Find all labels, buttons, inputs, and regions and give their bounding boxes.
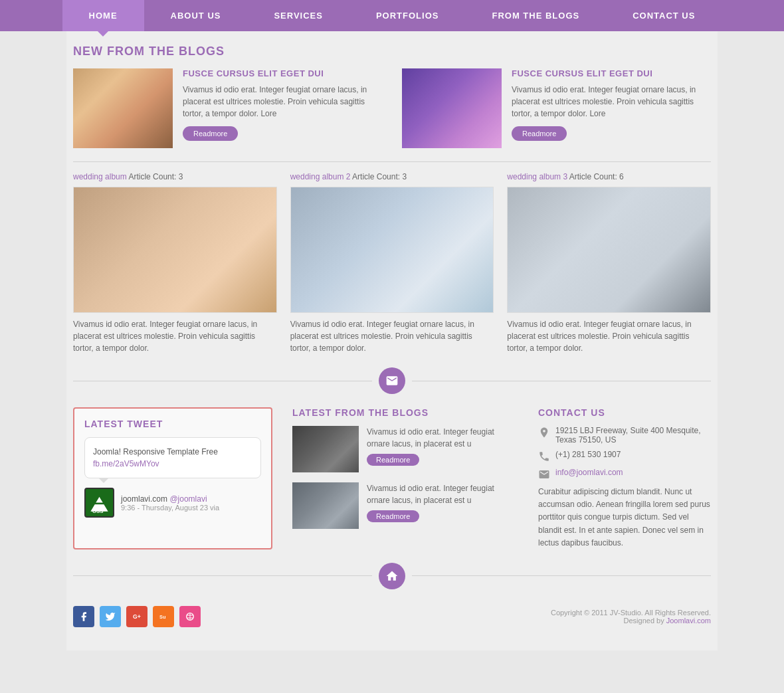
album-2: wedding album 2 Article Count: 3 Vivamus… (290, 172, 494, 354)
tweet-link[interactable]: fb.me/2aV5wMYov (93, 459, 159, 468)
tweet-box: LATEST TWEET Joomla! Responsive Template… (73, 407, 272, 549)
latest-readmore-2[interactable]: Readmore (367, 510, 419, 522)
email-separator (73, 367, 711, 394)
contact-address-item: 19215 LBJ Freeway, Suite 400 Mesquite, T… (538, 426, 711, 445)
footer-separator (73, 563, 711, 589)
social-icons: G+ Su (73, 606, 201, 627)
nav-home[interactable]: HOME (62, 0, 144, 31)
tweet-time: 9:36 - Thursday, August 23 via (121, 504, 219, 512)
latest-blog-content-1: Vivamus id odio erat. Integer feugiat or… (367, 426, 518, 472)
latest-blog-item-1: Vivamus id odio erat. Integer feugiat or… (292, 426, 518, 472)
location-icon (538, 427, 550, 439)
contact-email-link[interactable]: info@joomlavi.com (555, 468, 623, 477)
phone-icon (538, 450, 550, 462)
home-icon (385, 569, 399, 583)
album-suffix-2: Article Count: 3 (350, 172, 407, 181)
svg-text:G+: G+ (133, 613, 141, 620)
blog-title-1: FUSCE CURSUS ELIT EGET DUI (183, 68, 382, 78)
tweet-text: Joomla! Responsive Template Free (93, 447, 218, 456)
tweet-bubble: Joomla! Responsive Template Free fb.me/2… (84, 437, 261, 478)
email-icon-circle (379, 367, 405, 394)
designed-by: Designed by Joomlavi.com (551, 617, 711, 625)
album-desc-3: Vivamus id odio erat. Integer feugiat or… (507, 318, 711, 354)
latest-blog-text-1: Vivamus id odio erat. Integer feugiat or… (367, 426, 518, 450)
latest-blog-thumb-2 (292, 482, 359, 529)
svg-text:Su: Su (159, 614, 165, 620)
album-label-1: wedding album Article Count: 3 (73, 172, 277, 181)
sep-line-left (73, 381, 372, 381)
main-content: NEW FROM THE BLOGS FUSCE CURSUS ELIT EGE… (66, 31, 718, 650)
svg-text:OSS: OSS (92, 508, 104, 514)
dribbble-icon[interactable] (179, 606, 201, 627)
blog-content-2: FUSCE CURSUS ELIT EGET DUI Vivamus id od… (512, 68, 711, 148)
blog-text-2: Vivamus id odio erat. Integer feugiat or… (512, 84, 711, 120)
blog-title-2: FUSCE CURSUS ELIT EGET DUI (512, 68, 711, 78)
album-link-3[interactable]: wedding album 3 (507, 172, 567, 181)
copyright: Copyright © 2011 JV-Studio. All Rights R… (551, 609, 711, 625)
latest-readmore-1[interactable]: Readmore (367, 454, 419, 466)
tweet-handle: @joomlavi (169, 494, 207, 504)
tweet-site: joomlavi.com (121, 494, 167, 504)
album-suffix-3: Article Count: 6 (567, 172, 624, 181)
readmore-btn-1[interactable]: Readmore (183, 126, 238, 141)
album-desc-1: Vivamus id odio erat. Integer feugiat or… (73, 318, 277, 354)
latest-from-blogs: LATEST FROM THE BLOGS Vivamus id odio er… (292, 407, 518, 549)
footer-sep-line-left (73, 575, 372, 576)
album-suffix-1: Article Count: 3 (127, 172, 183, 181)
copyright-text: Copyright © 2011 JV-Studio. All Rights R… (551, 609, 711, 617)
divider-1 (73, 161, 711, 162)
stumbleupon-icon[interactable]: Su (153, 606, 174, 627)
contact-phone: (+1) 281 530 1907 (555, 450, 621, 459)
bottom-section: LATEST TWEET Joomla! Responsive Template… (73, 407, 711, 549)
blog-posts-row: FUSCE CURSUS ELIT EGET DUI Vivamus id od… (73, 68, 711, 148)
nav-about[interactable]: ABOUT US (144, 0, 248, 31)
readmore-btn-2[interactable]: Readmore (512, 126, 567, 141)
main-nav: HOME ABOUT US SERVICES PORTFOLIOS FROM T… (0, 0, 784, 31)
tweet-logo: OSS (84, 488, 114, 518)
blog-content-1: FUSCE CURSUS ELIT EGET DUI Vivamus id od… (183, 68, 382, 148)
email-icon (385, 374, 399, 387)
tweet-author: OSS joomlavi.com @joomlavi 9:36 - Thursd… (84, 488, 261, 518)
nav-contact[interactable]: CONTACT US (606, 0, 722, 31)
latest-blog-content-2: Vivamus id odio erat. Integer feugiat or… (367, 482, 518, 529)
designer-link[interactable]: Joomlavi.com (666, 617, 711, 625)
googleplus-icon[interactable]: G+ (126, 606, 147, 627)
blog-text-1: Vivamus id odio erat. Integer feugiat or… (183, 84, 382, 120)
album-link-1[interactable]: wedding album (73, 172, 127, 181)
blog-thumb-1 (73, 68, 173, 148)
album-label-2: wedding album 2 Article Count: 3 (290, 172, 494, 181)
contact-phone-item: (+1) 281 530 1907 (538, 450, 711, 462)
facebook-icon[interactable] (73, 606, 94, 627)
latest-blog-thumb-1 (292, 426, 359, 472)
album-thumb-2 (290, 187, 494, 313)
tweet-title: LATEST TWEET (84, 419, 261, 429)
home-icon-circle (379, 563, 405, 589)
contact-section: CONTACT US 19215 LBJ Freeway, Suite 400 … (538, 407, 711, 549)
blog-thumb-2 (402, 68, 502, 148)
album-thumb-3 (507, 187, 711, 313)
sep-line-right (412, 381, 711, 381)
twitter-icon[interactable] (100, 606, 121, 627)
footer-sep-line-right (412, 575, 711, 576)
blog-post-2: FUSCE CURSUS ELIT EGET DUI Vivamus id od… (402, 68, 711, 148)
contact-email-item: info@joomlavi.com (538, 468, 711, 480)
latest-blog-item-2: Vivamus id odio erat. Integer feugiat or… (292, 482, 518, 529)
nav-portfolios[interactable]: PORTFOLIOS (349, 0, 466, 31)
svg-rect-2 (94, 503, 106, 505)
contact-address: 19215 LBJ Freeway, Suite 400 Mesquite, T… (555, 426, 711, 445)
nav-services[interactable]: SERVICES (247, 0, 349, 31)
album-1: wedding album Article Count: 3 Vivamus i… (73, 172, 277, 354)
email-contact-icon (538, 468, 550, 480)
tweet-author-info: joomlavi.com @joomlavi 9:36 - Thursday, … (121, 494, 219, 512)
album-3: wedding album 3 Article Count: 6 Vivamus… (507, 172, 711, 354)
latest-blog-text-2: Vivamus id odio erat. Integer feugiat or… (367, 482, 518, 506)
album-thumb-1 (73, 187, 277, 313)
blog-post-1: FUSCE CURSUS ELIT EGET DUI Vivamus id od… (73, 68, 382, 148)
album-label-3: wedding album 3 Article Count: 6 (507, 172, 711, 181)
contact-desc: Curabitur adipiscing dictum blandit. Nun… (538, 486, 711, 549)
new-from-blogs-title: NEW FROM THE BLOGS (73, 45, 711, 58)
albums-row: wedding album Article Count: 3 Vivamus i… (73, 172, 711, 354)
album-desc-2: Vivamus id odio erat. Integer feugiat or… (290, 318, 494, 354)
nav-blogs[interactable]: FROM THE BLOGS (465, 0, 606, 31)
album-link-2[interactable]: wedding album 2 (290, 172, 351, 181)
